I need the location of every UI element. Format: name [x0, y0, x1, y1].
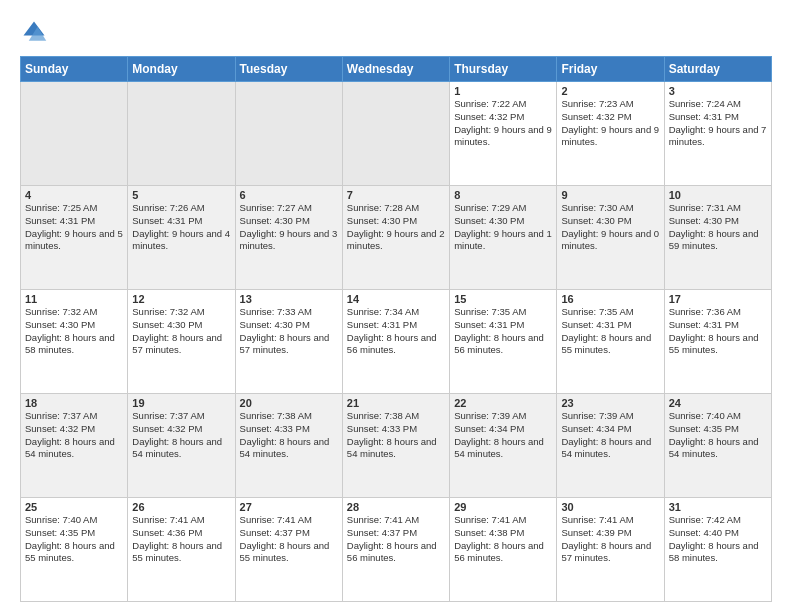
day-header-friday: Friday	[557, 57, 664, 82]
calendar-cell	[21, 82, 128, 186]
calendar-cell: 27Sunrise: 7:41 AMSunset: 4:37 PMDayligh…	[235, 498, 342, 602]
day-number: 27	[240, 501, 338, 513]
day-header-monday: Monday	[128, 57, 235, 82]
calendar-cell: 23Sunrise: 7:39 AMSunset: 4:34 PMDayligh…	[557, 394, 664, 498]
calendar-cell: 11Sunrise: 7:32 AMSunset: 4:30 PMDayligh…	[21, 290, 128, 394]
calendar-cell: 26Sunrise: 7:41 AMSunset: 4:36 PMDayligh…	[128, 498, 235, 602]
day-number: 22	[454, 397, 552, 409]
day-header-thursday: Thursday	[450, 57, 557, 82]
day-info: Sunrise: 7:25 AMSunset: 4:31 PMDaylight:…	[25, 202, 123, 253]
day-number: 28	[347, 501, 445, 513]
calendar-cell: 29Sunrise: 7:41 AMSunset: 4:38 PMDayligh…	[450, 498, 557, 602]
day-info: Sunrise: 7:39 AMSunset: 4:34 PMDaylight:…	[561, 410, 659, 461]
day-info: Sunrise: 7:29 AMSunset: 4:30 PMDaylight:…	[454, 202, 552, 253]
day-number: 21	[347, 397, 445, 409]
day-number: 30	[561, 501, 659, 513]
calendar-cell: 3Sunrise: 7:24 AMSunset: 4:31 PMDaylight…	[664, 82, 771, 186]
day-info: Sunrise: 7:34 AMSunset: 4:31 PMDaylight:…	[347, 306, 445, 357]
day-info: Sunrise: 7:22 AMSunset: 4:32 PMDaylight:…	[454, 98, 552, 149]
day-info: Sunrise: 7:35 AMSunset: 4:31 PMDaylight:…	[561, 306, 659, 357]
day-info: Sunrise: 7:38 AMSunset: 4:33 PMDaylight:…	[240, 410, 338, 461]
day-number: 16	[561, 293, 659, 305]
calendar-cell	[128, 82, 235, 186]
day-info: Sunrise: 7:40 AMSunset: 4:35 PMDaylight:…	[669, 410, 767, 461]
calendar-cell: 9Sunrise: 7:30 AMSunset: 4:30 PMDaylight…	[557, 186, 664, 290]
day-number: 2	[561, 85, 659, 97]
day-number: 5	[132, 189, 230, 201]
day-number: 26	[132, 501, 230, 513]
day-info: Sunrise: 7:27 AMSunset: 4:30 PMDaylight:…	[240, 202, 338, 253]
calendar-cell	[235, 82, 342, 186]
calendar-cell: 1Sunrise: 7:22 AMSunset: 4:32 PMDaylight…	[450, 82, 557, 186]
day-info: Sunrise: 7:31 AMSunset: 4:30 PMDaylight:…	[669, 202, 767, 253]
day-number: 11	[25, 293, 123, 305]
day-number: 13	[240, 293, 338, 305]
day-number: 20	[240, 397, 338, 409]
logo-icon	[20, 18, 48, 46]
calendar-cell: 15Sunrise: 7:35 AMSunset: 4:31 PMDayligh…	[450, 290, 557, 394]
calendar-week-row: 25Sunrise: 7:40 AMSunset: 4:35 PMDayligh…	[21, 498, 772, 602]
day-info: Sunrise: 7:30 AMSunset: 4:30 PMDaylight:…	[561, 202, 659, 253]
day-number: 8	[454, 189, 552, 201]
day-info: Sunrise: 7:41 AMSunset: 4:37 PMDaylight:…	[347, 514, 445, 565]
calendar-cell: 30Sunrise: 7:41 AMSunset: 4:39 PMDayligh…	[557, 498, 664, 602]
calendar-cell: 19Sunrise: 7:37 AMSunset: 4:32 PMDayligh…	[128, 394, 235, 498]
day-number: 14	[347, 293, 445, 305]
calendar-cell: 7Sunrise: 7:28 AMSunset: 4:30 PMDaylight…	[342, 186, 449, 290]
calendar-cell: 28Sunrise: 7:41 AMSunset: 4:37 PMDayligh…	[342, 498, 449, 602]
day-number: 25	[25, 501, 123, 513]
day-info: Sunrise: 7:36 AMSunset: 4:31 PMDaylight:…	[669, 306, 767, 357]
logo	[20, 18, 52, 46]
calendar-cell: 2Sunrise: 7:23 AMSunset: 4:32 PMDaylight…	[557, 82, 664, 186]
day-info: Sunrise: 7:37 AMSunset: 4:32 PMDaylight:…	[132, 410, 230, 461]
day-number: 15	[454, 293, 552, 305]
day-info: Sunrise: 7:41 AMSunset: 4:39 PMDaylight:…	[561, 514, 659, 565]
day-header-wednesday: Wednesday	[342, 57, 449, 82]
day-info: Sunrise: 7:37 AMSunset: 4:32 PMDaylight:…	[25, 410, 123, 461]
day-number: 29	[454, 501, 552, 513]
day-info: Sunrise: 7:39 AMSunset: 4:34 PMDaylight:…	[454, 410, 552, 461]
day-number: 3	[669, 85, 767, 97]
day-number: 6	[240, 189, 338, 201]
day-number: 4	[25, 189, 123, 201]
day-number: 17	[669, 293, 767, 305]
calendar-week-row: 18Sunrise: 7:37 AMSunset: 4:32 PMDayligh…	[21, 394, 772, 498]
day-info: Sunrise: 7:38 AMSunset: 4:33 PMDaylight:…	[347, 410, 445, 461]
calendar-cell: 13Sunrise: 7:33 AMSunset: 4:30 PMDayligh…	[235, 290, 342, 394]
calendar-cell: 8Sunrise: 7:29 AMSunset: 4:30 PMDaylight…	[450, 186, 557, 290]
day-number: 24	[669, 397, 767, 409]
calendar-cell: 12Sunrise: 7:32 AMSunset: 4:30 PMDayligh…	[128, 290, 235, 394]
calendar-cell: 18Sunrise: 7:37 AMSunset: 4:32 PMDayligh…	[21, 394, 128, 498]
day-info: Sunrise: 7:42 AMSunset: 4:40 PMDaylight:…	[669, 514, 767, 565]
calendar-cell: 14Sunrise: 7:34 AMSunset: 4:31 PMDayligh…	[342, 290, 449, 394]
day-info: Sunrise: 7:41 AMSunset: 4:36 PMDaylight:…	[132, 514, 230, 565]
day-info: Sunrise: 7:28 AMSunset: 4:30 PMDaylight:…	[347, 202, 445, 253]
day-info: Sunrise: 7:35 AMSunset: 4:31 PMDaylight:…	[454, 306, 552, 357]
day-header-sunday: Sunday	[21, 57, 128, 82]
calendar-cell: 10Sunrise: 7:31 AMSunset: 4:30 PMDayligh…	[664, 186, 771, 290]
day-number: 9	[561, 189, 659, 201]
day-info: Sunrise: 7:41 AMSunset: 4:38 PMDaylight:…	[454, 514, 552, 565]
calendar-cell: 31Sunrise: 7:42 AMSunset: 4:40 PMDayligh…	[664, 498, 771, 602]
calendar-cell: 6Sunrise: 7:27 AMSunset: 4:30 PMDaylight…	[235, 186, 342, 290]
calendar-cell: 20Sunrise: 7:38 AMSunset: 4:33 PMDayligh…	[235, 394, 342, 498]
calendar-week-row: 11Sunrise: 7:32 AMSunset: 4:30 PMDayligh…	[21, 290, 772, 394]
day-number: 1	[454, 85, 552, 97]
day-info: Sunrise: 7:23 AMSunset: 4:32 PMDaylight:…	[561, 98, 659, 149]
calendar-table: SundayMondayTuesdayWednesdayThursdayFrid…	[20, 56, 772, 602]
day-info: Sunrise: 7:40 AMSunset: 4:35 PMDaylight:…	[25, 514, 123, 565]
day-header-tuesday: Tuesday	[235, 57, 342, 82]
day-info: Sunrise: 7:32 AMSunset: 4:30 PMDaylight:…	[25, 306, 123, 357]
calendar-cell: 21Sunrise: 7:38 AMSunset: 4:33 PMDayligh…	[342, 394, 449, 498]
day-info: Sunrise: 7:33 AMSunset: 4:30 PMDaylight:…	[240, 306, 338, 357]
calendar-cell: 16Sunrise: 7:35 AMSunset: 4:31 PMDayligh…	[557, 290, 664, 394]
calendar-week-row: 4Sunrise: 7:25 AMSunset: 4:31 PMDaylight…	[21, 186, 772, 290]
day-info: Sunrise: 7:26 AMSunset: 4:31 PMDaylight:…	[132, 202, 230, 253]
day-info: Sunrise: 7:32 AMSunset: 4:30 PMDaylight:…	[132, 306, 230, 357]
day-number: 19	[132, 397, 230, 409]
header	[20, 18, 772, 46]
day-info: Sunrise: 7:24 AMSunset: 4:31 PMDaylight:…	[669, 98, 767, 149]
calendar-cell	[342, 82, 449, 186]
day-number: 31	[669, 501, 767, 513]
calendar-cell: 24Sunrise: 7:40 AMSunset: 4:35 PMDayligh…	[664, 394, 771, 498]
